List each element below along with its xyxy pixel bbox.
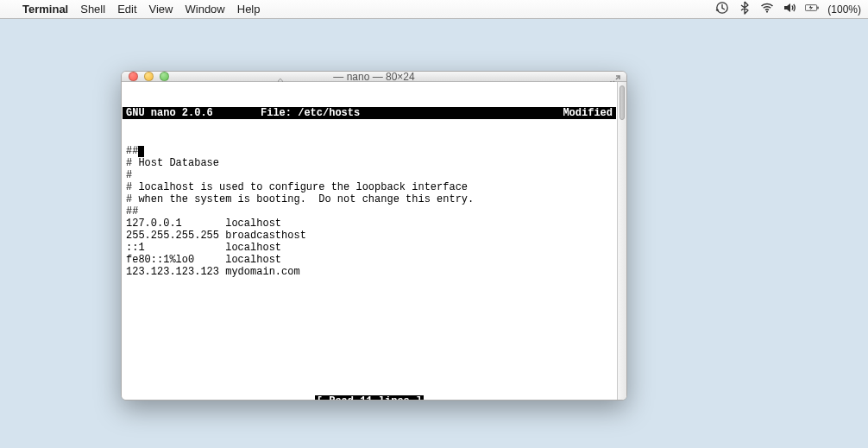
- editor-line: ::1 localhost: [126, 242, 613, 254]
- terminal-content[interactable]: GNU nano 2.0.6 File: /etc/hosts Modified…: [122, 82, 617, 401]
- menu-edit[interactable]: Edit: [117, 3, 136, 16]
- timemachine-icon[interactable]: [715, 1, 729, 17]
- app-name[interactable]: Terminal: [22, 3, 68, 16]
- nano-file: File: /etc/hosts: [261, 107, 547, 119]
- scrollbar[interactable]: [617, 82, 626, 401]
- menubar-right: (100%): [715, 1, 861, 17]
- editor-line: fe80::1%lo0 localhost: [126, 254, 613, 266]
- wifi-icon[interactable]: [760, 1, 774, 17]
- editor-line: 123.123.123.123 mydomain.com: [126, 266, 613, 278]
- menu-view[interactable]: View: [149, 3, 173, 16]
- bluetooth-icon[interactable]: [738, 1, 752, 17]
- editor-line: # when the system is booting. Do not cha…: [126, 193, 613, 205]
- editor-line: # Host Database: [126, 157, 613, 169]
- editor-line: ##: [126, 205, 613, 218]
- nano-editor-area[interactable]: ### Host Database## localhost is used to…: [123, 143, 616, 371]
- nano-status: [ Read 11 lines ]: [123, 395, 616, 401]
- close-button[interactable]: [129, 72, 138, 81]
- menubar-left: Terminal Shell Edit View Window Help: [7, 3, 261, 16]
- menu-shell[interactable]: Shell: [80, 3, 105, 16]
- nano-header: GNU nano 2.0.6 File: /etc/hosts Modified: [123, 107, 616, 119]
- minimize-button[interactable]: [144, 72, 154, 81]
- editor-line: 255.255.255.255 broadcasthost: [126, 230, 613, 242]
- battery-percent: (100%): [827, 3, 861, 16]
- battery-icon[interactable]: [805, 1, 819, 17]
- window-title: — nano — 80×24: [122, 71, 626, 83]
- macos-menubar: Terminal Shell Edit View Window Help (10…: [0, 0, 868, 19]
- svg-rect-3: [818, 7, 819, 9]
- text-cursor: [138, 146, 144, 157]
- terminal-window: ⌂ — nano — 80×24 GNU nano 2.0.6 File: /e…: [121, 71, 627, 401]
- nano-modified: Modified: [547, 107, 616, 119]
- editor-line: 127.0.0.1 localhost: [126, 218, 613, 230]
- editor-line: # localhost is used to configure the loo…: [126, 181, 613, 193]
- editor-line: ##: [126, 145, 613, 157]
- window-titlebar[interactable]: ⌂ — nano — 80×24: [122, 72, 626, 82]
- sound-icon[interactable]: [783, 1, 796, 17]
- scrollbar-thumb[interactable]: [620, 85, 625, 120]
- menu-help[interactable]: Help: [237, 3, 261, 16]
- menu-window[interactable]: Window: [186, 3, 225, 16]
- svg-point-1: [766, 11, 768, 13]
- terminal-body: GNU nano 2.0.6 File: /etc/hosts Modified…: [122, 82, 626, 401]
- zoom-button[interactable]: [160, 72, 169, 81]
- nano-version: GNU nano 2.0.6: [123, 107, 261, 119]
- traffic-lights: [129, 72, 169, 81]
- editor-line: #: [126, 169, 613, 181]
